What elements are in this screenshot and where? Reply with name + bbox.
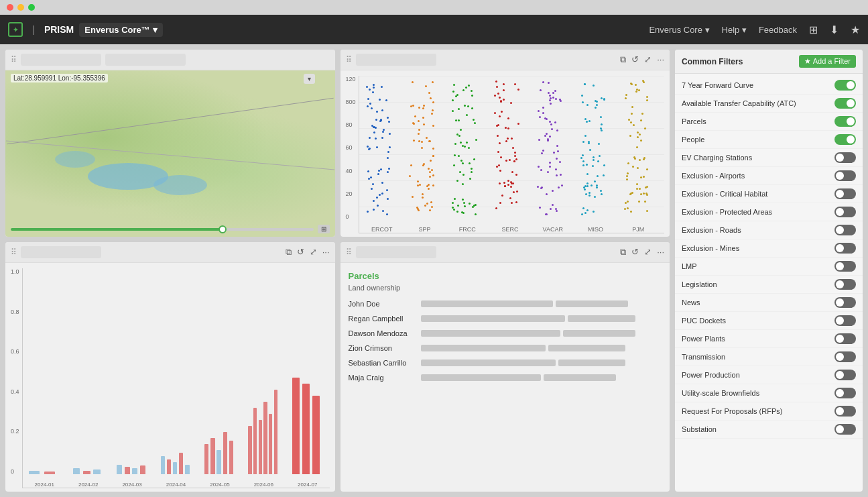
scatter-dot [461, 211, 463, 213]
filter-toggle-19[interactable] [834, 424, 856, 435]
parcel-name-5: Maja Craig [349, 374, 416, 382]
filter-toggle-12[interactable] [834, 297, 856, 308]
scatter-dot [379, 194, 381, 196]
filter-toggle-15[interactable] [834, 351, 856, 362]
filter-toggle-4[interactable] [834, 152, 856, 163]
filter-toggle-thumb-15 [836, 353, 844, 361]
scatter-dot [581, 213, 583, 215]
bar-copy-icon[interactable]: ⧉ [286, 247, 292, 258]
parcels-title-input[interactable] [356, 246, 436, 258]
scatter-title-input[interactable] [356, 54, 436, 66]
parcel-row-4: Sebastian Carrillo [349, 359, 662, 367]
parcels-copy-icon[interactable]: ⧉ [620, 247, 626, 258]
bar-expand-icon[interactable]: ⤢ [310, 247, 317, 258]
filter-toggle-1[interactable] [834, 98, 856, 109]
add-filter-button[interactable]: ★ Add a Filter [799, 55, 856, 68]
close-dot[interactable] [7, 4, 13, 11]
filter-toggle-17[interactable] [834, 388, 856, 398]
filter-row-5: Exclusion - Airports [675, 167, 863, 185]
scatter-dot [551, 128, 553, 130]
filter-toggle-6[interactable] [834, 188, 856, 199]
map-layer-input[interactable] [105, 54, 186, 66]
filter-toggle-7[interactable] [834, 207, 856, 217]
scatter-dot [638, 89, 640, 91]
scatter-dot [465, 87, 467, 89]
scatter-dot [538, 166, 540, 168]
bar-plot-area: 2024-012024-022024-032024-042024-052024-… [22, 268, 330, 488]
map-background [5, 70, 335, 237]
nav-help[interactable]: Help ▾ [722, 25, 747, 35]
scatter-dot [431, 169, 433, 171]
scatter-dot [503, 99, 505, 101]
scatter-refresh-icon[interactable]: ↺ [631, 54, 639, 65]
scatter-dot [586, 104, 588, 106]
filter-toggle-18[interactable] [834, 406, 856, 417]
scatter-dot [464, 105, 466, 107]
scatter-dot [373, 209, 375, 211]
filter-toggle-14[interactable] [834, 333, 856, 344]
maximize-dot[interactable] [28, 4, 35, 11]
minimize-dot[interactable] [17, 4, 24, 11]
filter-row-19: Substation [675, 421, 863, 439]
scatter-dot [588, 195, 591, 197]
bar-title-input[interactable] [21, 246, 101, 258]
scatter-col-pjm [619, 76, 658, 219]
filter-row-13: PUC Dockets [675, 312, 863, 330]
scatter-dot [431, 113, 433, 115]
scatter-dot [495, 80, 497, 82]
filter-toggle-9[interactable] [834, 243, 856, 254]
parcels-expand-icon[interactable]: ⤢ [644, 247, 652, 258]
scatter-dot [539, 207, 541, 209]
bar-x-label-5: 2024-06 [242, 482, 286, 488]
scatter-dot [591, 184, 593, 186]
filter-label-2: Parcels [682, 117, 706, 125]
filter-toggle-13[interactable] [834, 315, 856, 326]
module-selector[interactable]: Enverus Core™ ▾ [79, 23, 163, 37]
map-container[interactable]: Lat:28.959991 Lon:-95.355396 ▾ ⊞ [5, 70, 335, 237]
scatter-dot [541, 186, 543, 188]
filter-toggle-10[interactable] [834, 261, 856, 272]
scatter-drag[interactable]: ⠿ [346, 55, 352, 64]
parcel-bar1-0 [421, 300, 554, 307]
filter-toggle-2[interactable] [834, 116, 856, 127]
star-icon[interactable]: ★ [851, 23, 860, 36]
parcels-refresh-icon[interactable]: ↺ [631, 247, 639, 258]
layers-icon[interactable]: ⊞ [809, 23, 818, 36]
filter-toggle-16[interactable] [834, 370, 856, 380]
filter-toggle-5[interactable] [834, 170, 856, 181]
scatter-more-icon[interactable]: ··· [657, 54, 664, 65]
scatter-copy-icon[interactable]: ⧉ [620, 54, 626, 65]
map-slider-thumb[interactable] [219, 225, 227, 233]
scatter-expand-icon[interactable]: ⤢ [644, 54, 652, 65]
scatter-dot [588, 142, 590, 144]
filter-toggle-3[interactable] [834, 134, 856, 145]
y-label-120: 120 [346, 76, 356, 82]
bar-refresh-icon[interactable]: ↺ [297, 247, 304, 258]
filter-toggle-0[interactable] [834, 80, 856, 91]
scatter-dot [517, 123, 519, 125]
scatter-dot [388, 121, 390, 123]
map-layer-dropdown[interactable]: ▾ [304, 74, 315, 84]
map-slider[interactable] [11, 228, 314, 231]
scatter-dot [376, 197, 378, 199]
bar-item [216, 450, 221, 474]
scatter-dot [418, 120, 420, 122]
filter-label-10: LMP [682, 262, 697, 270]
filter-toggle-8[interactable] [834, 225, 856, 235]
download-icon[interactable]: ⬇ [830, 23, 839, 36]
map-zoom-btn[interactable]: ⊞ [318, 225, 330, 233]
bar-more-icon[interactable]: ··· [322, 247, 330, 258]
parcel-bar1-2 [421, 330, 561, 337]
bar-drag[interactable]: ⠿ [11, 247, 17, 257]
scatter-dot [546, 118, 548, 120]
drag-handle[interactable]: ⠿ [11, 55, 17, 64]
scatter-dot [552, 92, 554, 94]
parcels-drag[interactable]: ⠿ [346, 247, 352, 257]
map-title-input[interactable] [21, 54, 101, 66]
filter-toggle-11[interactable] [834, 279, 856, 290]
scatter-dot [418, 129, 420, 131]
nav-enverus-core[interactable]: Enverus Core ▾ [649, 25, 709, 35]
scatter-dot [629, 135, 631, 137]
parcels-more-icon[interactable]: ··· [657, 247, 664, 258]
nav-feedback[interactable]: Feedback [759, 25, 797, 35]
